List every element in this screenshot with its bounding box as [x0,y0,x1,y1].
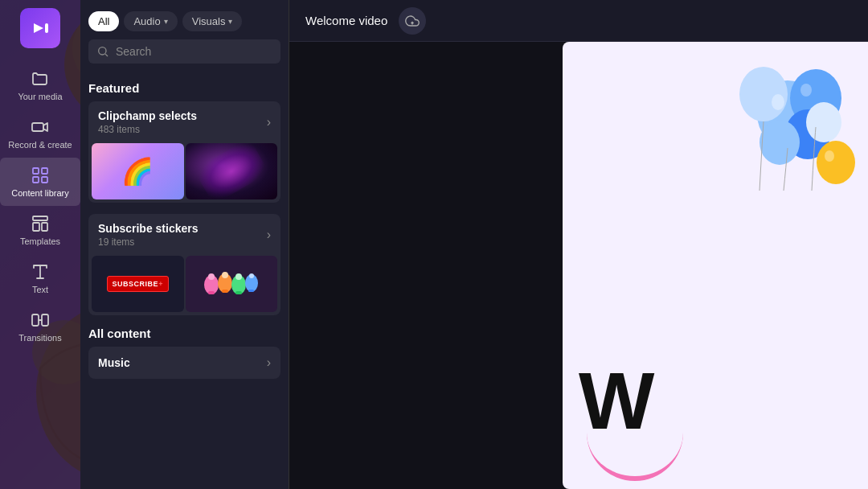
clipchamp-selects-chevron-icon: › [267,115,271,129]
search-input[interactable] [116,45,272,58]
visuals-chevron-icon: ▾ [228,17,232,26]
sidebar-label-transitions: Transitions [18,333,61,343]
svg-rect-12 [33,168,39,174]
sidebar-item-your-media[interactable]: Your media [0,61,80,109]
svg-point-24 [208,273,215,280]
search-icon [96,45,109,58]
app-logo [20,8,60,48]
sidebar-label-text: Text [32,285,48,294]
svg-rect-20 [42,314,48,326]
sidebar-label-your-media: Your media [18,92,62,101]
svg-rect-26 [222,290,228,293]
svg-point-30 [235,273,242,280]
svg-rect-32 [248,290,254,292]
filter-visuals-button[interactable]: Visuals ▾ [182,11,243,31]
clipchamp-selects-card: Clipchamp selects 483 items › 🌈 [88,101,280,203]
all-content-section-title: All content [88,327,280,340]
video-title: Welcome video [305,14,387,27]
filter-audio-button[interactable]: Audio ▾ [124,11,177,31]
top-bar: Welcome video [289,0,868,42]
svg-rect-13 [42,168,47,174]
svg-rect-16 [33,216,47,220]
filter-bar: All Audio ▾ Visuals ▾ [80,0,289,39]
pink-arc [587,433,683,481]
svg-rect-11 [32,123,43,131]
clipchamp-selects-title: Clipchamp selects [98,109,197,122]
sidebar: Your media Record & create Content libra… [0,0,80,489]
subscribe-stickers-title: Subscribe stickers [98,222,199,235]
clipchamp-selects-header[interactable]: Clipchamp selects 483 items › [88,101,280,143]
svg-point-39 [806,102,841,142]
sidebar-item-content-library[interactable]: Content library [0,158,80,206]
thumbnail-rainbow: 🌈 [92,143,184,199]
search-bar [88,39,280,64]
sidebar-item-text[interactable]: Text [0,254,80,302]
thumbnail-bells [186,256,278,312]
svg-point-41 [800,84,812,97]
filter-all-button[interactable]: All [88,11,119,31]
subscribe-stickers-count: 19 items [98,236,199,248]
svg-rect-19 [32,314,39,326]
svg-point-43 [825,150,834,162]
subscribe-stickers-header[interactable]: Subscribe stickers 19 items › [88,214,280,256]
clipchamp-selects-count: 483 items [98,124,197,135]
svg-point-33 [249,273,254,278]
subscribe-stickers-chevron-icon: › [267,228,271,242]
svg-rect-23 [208,291,215,294]
featured-section-title: Featured [88,81,280,95]
sidebar-item-transitions[interactable]: Transitions [0,302,80,351]
svg-point-36 [739,67,788,121]
svg-point-42 [817,141,855,184]
cloud-icon [405,14,420,28]
music-row[interactable]: Music › [88,347,280,379]
svg-rect-17 [33,223,39,231]
music-chevron-icon: › [267,355,271,370]
subscribe-stickers-thumbnails: SUBSCRIBE+ [88,256,280,315]
svg-rect-15 [42,177,47,183]
cloud-sync-button[interactable] [399,7,426,35]
svg-point-40 [772,94,784,110]
content-panel: All Audio ▾ Visuals ▾ Featured [80,0,289,489]
svg-point-21 [99,47,106,55]
audio-chevron-icon: ▾ [164,17,168,26]
subscribe-stickers-card: Subscribe stickers 19 items › SUBSCRIBE+ [88,214,280,315]
right-area: Welcome video [289,0,868,489]
panel-scroll[interactable]: Featured Clipchamp selects 483 items › 🌈 [80,72,289,489]
balloon-cluster [683,50,860,262]
svg-rect-29 [235,291,242,294]
sidebar-label-templates: Templates [20,236,60,246]
music-label: Music [98,356,130,369]
sidebar-item-templates[interactable]: Templates [0,206,80,254]
svg-rect-14 [33,177,39,183]
preview-area: W [289,42,868,489]
svg-point-38 [760,120,800,165]
app-container: Your media Record & create Content libra… [0,0,868,489]
sidebar-item-record-create[interactable]: Record & create [0,109,80,158]
preview-card: W [563,42,868,489]
svg-rect-10 [45,23,48,33]
sidebar-label-record-create: Record & create [8,140,72,150]
thumbnail-subscribe: SUBSCRIBE+ [92,256,184,312]
letter-w: W [579,360,654,441]
svg-point-27 [222,272,228,278]
clipchamp-selects-thumbnails: 🌈 [88,143,280,203]
sidebar-label-content-library: Content library [11,188,69,198]
thumbnail-galaxy [186,143,278,199]
svg-rect-18 [42,223,47,231]
